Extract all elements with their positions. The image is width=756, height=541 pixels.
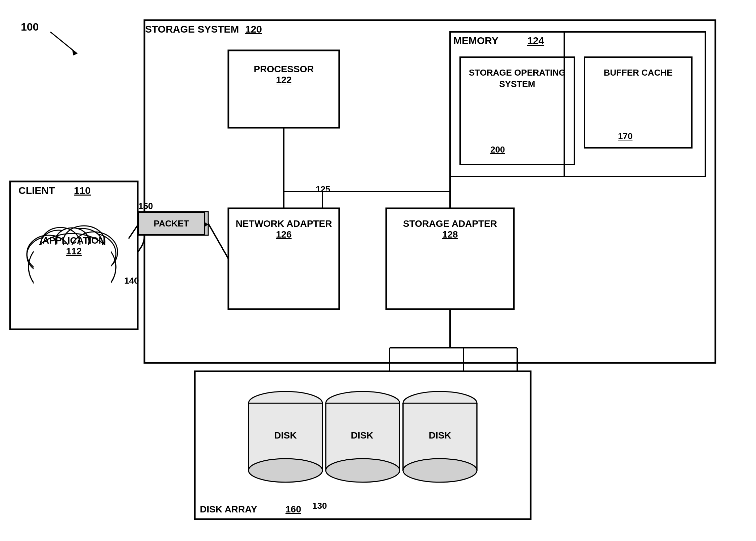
svg-rect-3 — [450, 32, 705, 176]
packet-label: PACKET — [154, 218, 189, 229]
connection-130-label: 130 — [312, 501, 327, 511]
svg-rect-6 — [228, 50, 339, 128]
svg-point-43 — [249, 391, 322, 415]
svg-point-45 — [249, 459, 322, 482]
disk-array-label: DISK ARRAY — [200, 504, 257, 515]
connection-125-label: 125 — [316, 184, 330, 195]
client-label: CLIENT — [18, 185, 55, 196]
application-label: APPLICATION 112 — [29, 235, 119, 257]
processor-label: PROCESSOR 122 — [233, 64, 334, 85]
svg-point-50 — [326, 459, 400, 482]
disk-1-label: DISK — [272, 430, 299, 441]
packet-number-label: 150 — [138, 201, 153, 211]
disk-array-number: 160 — [285, 504, 301, 515]
svg-point-53 — [403, 391, 477, 415]
storage-system-number: 120 — [245, 24, 262, 35]
memory-label: MEMORY — [453, 35, 498, 46]
svg-point-55 — [403, 459, 477, 482]
disk-3-label: DISK — [427, 430, 453, 441]
sos-number: 200 — [490, 144, 505, 155]
connection-140-label: 140 — [124, 276, 139, 286]
svg-rect-24 — [195, 371, 531, 519]
svg-marker-1 — [72, 50, 77, 55]
buffer-cache-number: 170 — [618, 131, 632, 141]
client-number: 110 — [74, 185, 91, 196]
sos-label: STORAGE OPERATING SYSTEM — [465, 67, 569, 90]
svg-line-34 — [129, 225, 138, 239]
memory-number: 124 — [527, 35, 544, 46]
buffer-cache-label: BUFFER CACHE — [588, 67, 688, 79]
disk-2-label: DISK — [349, 430, 375, 441]
storage-system-label: STORAGE SYSTEM — [145, 24, 239, 35]
svg-point-48 — [326, 391, 400, 415]
storage-adapter-label: STORAGE ADAPTER 128 — [390, 218, 510, 240]
diagram-svg — [0, 0, 756, 541]
packet-box: PACKET — [138, 212, 205, 235]
svg-line-0 — [50, 32, 77, 54]
diagram: 100 — [0, 0, 756, 541]
network-adapter-label: NETWORK ADAPTER 126 — [232, 218, 336, 240]
svg-line-35 — [208, 223, 228, 259]
ref-number-100: 100 — [21, 21, 39, 33]
